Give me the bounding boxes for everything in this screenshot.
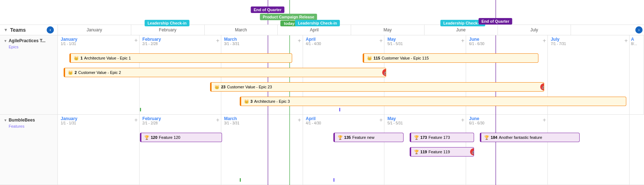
trophy-icon-135: 🏆 [338,135,343,140]
agile-aug-range: 8/... [631,42,642,46]
trophy-icon-120: 🏆 [144,135,149,140]
feat119-label: Feature 119 [428,150,450,154]
bb-month-jun: June 6/1 - 6/30 + [466,115,548,185]
crown-icon-23: 👑 [214,85,219,89]
feat120-num: 120 [151,135,157,140]
bumblebees-team-name[interactable]: ▼ BumbleBees [4,118,54,123]
bb-mar-range: 3/1 - 3/31 [224,121,300,125]
bb-may-name: May [387,116,463,121]
bb-month-feb: February 2/1 - 2/28 + [140,115,221,185]
bb-mar-name: March [224,116,300,121]
bb-apr-range: 4/1 - 4/30 [306,121,381,125]
add-may-button[interactable]: + [461,38,464,44]
add-mar-button[interactable]: + [298,38,301,44]
bb-add-feb-button[interactable]: + [216,117,219,123]
crown-icon: 👑 [74,56,79,61]
agile-jan-header: January 1/1 - 1/31 [58,35,139,47]
feat173-num: 173 [421,135,427,140]
add-apr-button[interactable]: + [379,38,383,44]
add-jan-button[interactable]: + [135,38,138,43]
month-header-apr: April [278,25,351,35]
tick-bb-2 [333,178,334,182]
feat119-num: 119 [421,150,427,154]
epic-bar-3[interactable]: 👑 3 Architecture - Epic 3 [240,97,627,106]
team-section-bumblebees: ▼ BumbleBees Features January 1/1 - 1/31… [0,115,644,185]
agile-jul-range: 7/1 - 7/31 [551,42,626,46]
nav-left-button[interactable]: ‹ [47,26,54,34]
month-header-jun: June [425,25,498,35]
month-header-mar: March [205,25,278,35]
agile-team-name[interactable]: ▼ AgilePractices T... [4,38,54,43]
epic2-num: 2 [74,70,77,75]
agile-jun-range: 6/1 - 6/30 [469,42,545,46]
agile-mar-name: March [224,37,300,42]
feature-bar-135[interactable]: 🏆 135 Feature new [333,133,404,142]
agile-jan-name: January [61,37,136,42]
epic1-num: 1 [80,56,82,60]
add-jun-button[interactable]: + [543,38,546,44]
teams-header: ▼ Teams ‹ [0,25,58,35]
chevron-down-icon: ▼ [4,27,8,32]
feat135-label: Feature new [352,135,374,140]
add-jul-button[interactable]: + [624,38,628,44]
milestone-leadership1: Leadership Check-in [145,20,189,26]
feature-bar-120[interactable]: 🏆 120 Feature 120 [140,133,222,142]
bb-apr-name: April [306,116,381,121]
nav-right-button[interactable]: › [635,26,643,34]
agile-jul-name: July [551,37,626,42]
epic23-label: Customer Value - Epic 23 [227,85,272,89]
agile-jan-range: 1/1 - 1/31 [61,42,136,46]
epic-bar-1[interactable]: 👑 1 Architecture Value - Epic 1 [69,53,292,63]
epic-bar-23[interactable]: 👑 23 Customer Value - Epic 23 🔗 [210,82,544,92]
feature-bar-173[interactable]: 🏆 173 Feature 173 [410,133,474,142]
link-badge-119: 🔗 [470,148,474,155]
bb-add-apr-button[interactable]: + [379,117,383,123]
feat184-label: Another fantastic feature [499,135,542,140]
feature-bar-184[interactable]: 🏆 184 Another fantastic feature [480,133,580,142]
epic115-label: Customer Value - Epic 115 [381,56,429,60]
add-feb-button[interactable]: + [216,38,219,44]
agile-sub-label[interactable]: Epics [4,45,54,49]
epic115-num: 115 [374,56,380,60]
bumblebees-sub-label[interactable]: Features [4,124,54,128]
milestone-product-campaign: Product Campaign Release [260,14,317,20]
bumblebees-name-label: BumbleBees [9,118,35,123]
tick-bb-1 [240,178,241,182]
team-section-agile: ▼ AgilePractices T... Epics January 1/1 … [0,35,644,115]
agile-months-area: January 1/1 - 1/31 + February 2/1 - 2/28… [58,35,644,114]
epic-bar-2[interactable]: 👑 2 Customer Value - Epic 2 🔗 [64,68,386,77]
bb-add-jun-button[interactable]: + [543,117,546,123]
tick-agile-2 [339,108,340,111]
agile-name-label: AgilePractices T... [9,38,46,43]
month-header-jul: July [498,25,571,35]
epic1-label: Architecture Value - Epic 1 [84,56,131,60]
epic-bar-115[interactable]: 👑 115 Customer Value - Epic 115 [363,53,538,63]
bumblebees-sidebar: ▼ BumbleBees Features [0,115,58,185]
agile-may-range: 5/1 - 5/31 [387,42,463,46]
crown-icon-115: 👑 [367,56,372,61]
bb-add-jan-button[interactable]: + [135,117,138,123]
feat184-num: 184 [491,135,497,140]
agile-apr-range: 4/1 - 4/30 [306,42,381,46]
feature-bar-119[interactable]: 🏆 119 Feature 119 🔗 [410,147,474,157]
bb-jan-range: 1/1 - 1/31 [61,121,136,125]
bb-jan-name: January [61,116,136,121]
epic3-num: 3 [251,99,253,103]
agile-feb-header: February 2/1 - 2/28 [140,35,221,47]
agile-sidebar: ▼ AgilePractices T... Epics [0,35,58,114]
teams-label: Teams [10,27,26,33]
trophy-icon-184: 🏆 [484,135,489,140]
month-header-feb: February [131,25,205,35]
bb-feb-name: February [142,116,218,121]
bb-feb-range: 2/1 - 2/28 [142,121,218,125]
epic2-label: Customer Value - Epic 2 [78,70,121,75]
bb-add-mar-button[interactable]: + [298,117,301,123]
agile-feb-name: February [142,37,218,42]
agile-aug-name: A [631,37,642,42]
feat135-num: 135 [344,135,351,140]
milestone-end-quarter2: End of Quarter [478,18,512,25]
bb-add-may-button[interactable]: + [461,117,464,123]
chevron-down-icon: ▼ [4,39,7,43]
agile-feb-range: 2/1 - 2/28 [142,42,218,46]
agile-jun-name: June [469,37,545,42]
